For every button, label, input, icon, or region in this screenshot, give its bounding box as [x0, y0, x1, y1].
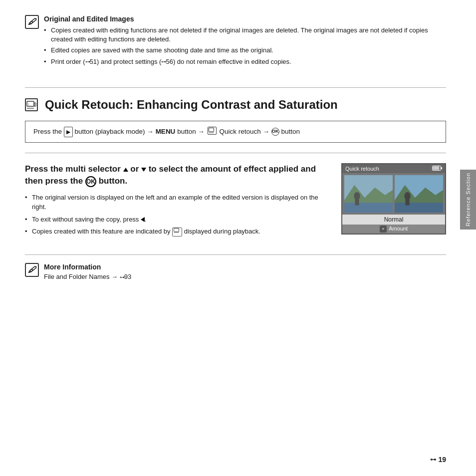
chain-ref-1: ⊶ [85, 58, 90, 65]
camera-screen-column: Quick retouch [341, 163, 446, 239]
playback-button-icon: ▶ [64, 127, 73, 138]
command-box: Press the ▶ button (playback mode) → MEN… [25, 121, 446, 143]
page-num-chain: ⊶ [430, 456, 436, 463]
instruction-bullets: The original version is displayed on the… [25, 193, 331, 237]
top-divider [25, 87, 446, 88]
camera-screen-normal-label: Normal [342, 215, 445, 225]
camera-screen-amount-bar: + Amount [342, 225, 445, 234]
reference-section-tab: Reference Section [460, 170, 476, 230]
note-bullet-3: Print order (⊶51) and protect settings (… [44, 57, 446, 66]
command-text: Press the ▶ button (playback mode) → MEN… [33, 126, 300, 138]
menu-label: MENU [156, 128, 176, 135]
svg-rect-15 [355, 200, 359, 206]
tri-left-icon [141, 217, 145, 222]
normal-text: Normal [384, 216, 404, 223]
instruction-heading: Press the multi selector or to select th… [25, 163, 331, 187]
note-bullets: Copies created with editing functions ar… [44, 26, 446, 66]
page-number: ⊶ 19 [430, 456, 446, 464]
section-title: Quick Retouch: Enhancing Contrast and Sa… [45, 98, 338, 112]
chain-ref-2: ⊶ [161, 58, 166, 65]
page-num-value: 19 [438, 456, 446, 464]
svg-rect-1 [34, 103, 36, 106]
instruction-bullet-2: To exit without saving the copy, press . [25, 215, 331, 225]
page-container: 🖊 Original and Edited Images Copies crea… [0, 0, 476, 476]
note-bullet-2: Edited copies are saved with the same sh… [44, 46, 446, 55]
bottom-divider [25, 254, 446, 255]
reference-section-label: Reference Section [465, 173, 471, 227]
text-column: Press the multi selector or to select th… [25, 163, 331, 239]
tri-up-icon [123, 168, 128, 172]
note-title: Original and Edited Images [44, 15, 446, 23]
camera-screen: Quick retouch [341, 163, 446, 235]
section-heading: ↕ Quick Retouch: Enhancing Contrast and … [25, 98, 446, 112]
note-bullet-1: Copies created with editing functions ar… [44, 26, 446, 44]
svg-text:↕: ↕ [28, 102, 30, 106]
more-info-icon: 🖊 [25, 263, 39, 277]
quick-retouch-inline-icon [208, 127, 217, 135]
note-content: Original and Edited Images Copies create… [44, 15, 446, 68]
camera-images-area [342, 173, 445, 215]
svg-rect-6 [174, 229, 179, 232]
instruction-bullet-3: Copies created with this feature are ind… [25, 227, 331, 237]
amount-icon: + [380, 226, 387, 233]
svg-rect-9 [441, 167, 442, 169]
svg-rect-13 [344, 203, 393, 213]
feature-icon-inline [172, 228, 182, 237]
svg-rect-4 [209, 128, 214, 131]
instruction-bullet-1: The original version is displayed on the… [25, 193, 331, 212]
note-icon: 🖊 [25, 15, 39, 29]
main-content: Press the multi selector or to select th… [25, 163, 446, 239]
tri-down-icon [141, 168, 146, 172]
quick-retouch-icon: ↕ [25, 98, 38, 111]
svg-rect-10 [433, 167, 440, 170]
chain-ref-more-info: ⊶ [120, 274, 124, 280]
svg-rect-18 [395, 203, 443, 213]
edited-thumbnail [395, 175, 443, 213]
more-info-content: More Information File and Folder Names →… [44, 263, 131, 280]
ok-button-circle: OK [271, 128, 279, 136]
battery-icon [432, 166, 442, 172]
svg-point-14 [354, 192, 360, 200]
more-info-box: 🖊 More Information File and Folder Names… [25, 263, 446, 280]
more-info-title: More Information [44, 263, 131, 271]
original-edited-note: 🖊 Original and Edited Images Copies crea… [25, 15, 446, 77]
original-thumbnail [344, 175, 393, 213]
svg-rect-20 [405, 200, 409, 206]
amount-label: Amount [389, 226, 408, 232]
ok-circle-icon: OK [85, 176, 96, 187]
screen-title: Quick retouch [345, 166, 379, 172]
svg-point-19 [404, 192, 410, 200]
more-info-link: File and Folder Names → ⊶93 [44, 273, 131, 280]
mid-divider [25, 153, 446, 153]
camera-screen-header: Quick retouch [342, 164, 445, 173]
